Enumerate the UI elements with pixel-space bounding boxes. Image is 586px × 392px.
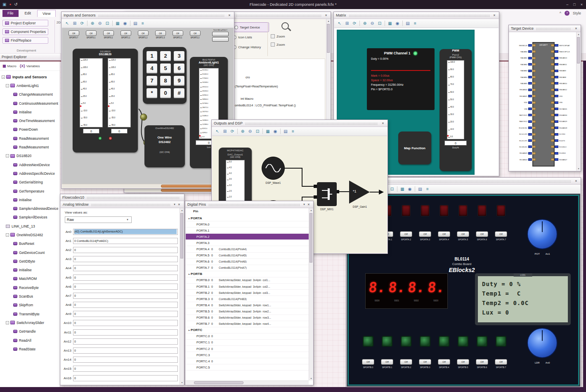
map-function-component[interactable]: Map Function <box>398 131 431 164</box>
push-button[interactable] <box>382 336 392 347</box>
close-icon[interactable]: × <box>574 26 579 31</box>
off-button[interactable]: Off <box>400 231 412 237</box>
value-field[interactable]: 0 <box>73 347 178 354</box>
key-1[interactable]: 1 <box>146 51 157 61</box>
pin[interactable] <box>555 133 558 136</box>
key-0[interactable]: 0 <box>160 88 171 98</box>
switch-array-component[interactable]: SwitchArraySlider1 <box>210 29 231 42</box>
port-sport1-3[interactable]: OffSPORT1.3 <box>154 31 167 39</box>
duty-scale[interactable]: 100.090.080.070.060.050.040.030.020.010.… <box>447 60 464 139</box>
switch-sportb-4[interactable]: OffSPORTB.4 <box>438 359 450 369</box>
inputs-panel-canvas[interactable]: OffSPORT0.7OffSPORT0.1OffSPORT0.2OffSPOR… <box>62 28 234 188</box>
switch-sporta-4[interactable]: OffSPORTA.4 <box>438 231 450 241</box>
push-button[interactable] <box>401 336 411 347</box>
port-off-button[interactable]: Off <box>138 31 149 36</box>
variables-button[interactable]: {X}Variables <box>20 64 40 68</box>
pan-icon[interactable]: ⊞ <box>222 128 228 135</box>
pin[interactable] <box>555 127 558 129</box>
switch-sportb-1[interactable]: OffSPORTB.1 <box>381 359 393 369</box>
tree-item-addressspecificdevice[interactable]: AddressSpecificDevice <box>0 169 60 178</box>
zoom-out-icon[interactable]: ⊖ <box>97 20 103 27</box>
pwm-channel-display[interactable]: PWM Channel 1 Duty = 0.00% Mark = 0.00us… <box>367 48 435 110</box>
push-button[interactable] <box>458 336 468 347</box>
value-field[interactable]: 0 <box>73 311 178 317</box>
tree-item-receivebyte[interactable]: ReceiveByte <box>0 283 60 292</box>
pin[interactable] <box>555 95 558 97</box>
pin[interactable] <box>555 158 558 161</box>
style-button[interactable]: Style <box>573 11 581 15</box>
tree-item-samplealldevices[interactable]: SampleAllDevices <box>0 213 60 222</box>
pin-row-portb-6[interactable]: PORTB.60SwitchArraySlider, keypad_3x4pin… <box>186 315 309 321</box>
scroll-down-icon[interactable]: ▼ <box>577 167 580 171</box>
pin-row-porta-3[interactable]: PORTA.3 <box>186 240 309 246</box>
ribbon-button-component-properties[interactable]: Component Properties <box>2 28 48 35</box>
push-button[interactable] <box>363 336 373 347</box>
pin-row-porta-7[interactable]: PORTA.70ComboBL0114(PinA7) <box>186 265 309 271</box>
tree-item-sampleaddresseddevice[interactable]: SampleAddressedDevice <box>0 204 60 213</box>
switch-sporta-3[interactable]: OffSPORTA.3 <box>419 231 431 241</box>
scrollbar-thumb[interactable] <box>161 189 215 192</box>
switch-sporta-2[interactable]: OffSPORTA.2 <box>400 231 412 241</box>
grid-icon[interactable]: ▦ <box>387 20 393 27</box>
pin-row-portb-2[interactable]: PORTB.20SwitchArraySlider, keypad_3x4pin… <box>186 290 309 296</box>
inputs-titlebar[interactable]: Inputs and Sensors × <box>61 12 234 19</box>
tree-item-readall[interactable]: ReadAll <box>0 336 60 345</box>
expand-toggle[interactable]: - <box>6 154 9 157</box>
zoom-button[interactable]: Zoom <box>271 32 300 40</box>
ribbon-button-project-explorer[interactable]: Project Explorer <box>2 20 48 26</box>
tree-folder-onewireds2482[interactable]: -OneWireDS2482 <box>0 230 60 239</box>
value-field[interactable]: 0 <box>73 338 178 345</box>
key-8[interactable]: 8 <box>160 76 171 86</box>
pin[interactable] <box>555 139 558 142</box>
value-field[interactable]: 0 <box>73 302 178 308</box>
pin[interactable] <box>528 114 532 116</box>
target-device-window[interactable]: Target Device × 16F18877 RE3/MCLRRA0/AN0… <box>508 25 581 171</box>
pin[interactable] <box>555 63 558 66</box>
zoom-icon[interactable] <box>281 22 289 30</box>
scroll-up-icon[interactable]: ▲ <box>180 208 184 212</box>
tree-item-readmeasurement[interactable]: ReadMeasurement <box>0 134 60 143</box>
pan-icon[interactable]: ⊞ <box>71 20 78 27</box>
scrollbar-thumb[interactable] <box>327 24 330 53</box>
port-sport1-2[interactable]: OffSPORT1.2 <box>136 31 150 39</box>
pin[interactable] <box>528 70 532 72</box>
pin[interactable] <box>555 76 558 78</box>
key-5[interactable]: 5 <box>160 63 171 73</box>
digital-titlebar[interactable]: Digital Pins ▾ × <box>185 201 313 208</box>
pin[interactable] <box>555 120 558 123</box>
grid-icon[interactable]: ▦ <box>114 20 121 27</box>
rotate-icon[interactable]: ⟳ <box>229 128 236 135</box>
pin-row-portc-4[interactable]: PORTC.40 <box>186 358 309 364</box>
rotate-icon[interactable]: ⟳ <box>351 20 358 27</box>
port-off-button[interactable]: Off <box>86 31 97 36</box>
pin[interactable] <box>555 44 558 47</box>
vertical-scrollbar[interactable]: ▲ ▼ <box>180 208 184 385</box>
analog-titlebar[interactable]: Analog Window ▾ × <box>61 201 184 208</box>
pin[interactable] <box>555 82 558 85</box>
key-9[interactable]: 9 <box>174 76 184 86</box>
close-icon[interactable]: × <box>324 13 328 17</box>
port-group-portc[interactable]: ▸PORTC <box>186 327 309 333</box>
pin[interactable] <box>528 101 532 104</box>
tree-item-initialise[interactable]: Initialise <box>0 266 60 275</box>
value-field[interactable]: 0 <box>73 375 178 381</box>
expand-arrow[interactable]: ▸ <box>186 272 191 275</box>
zoom-in-icon[interactable]: ⊕ <box>239 128 246 135</box>
pin-row-portb-3[interactable]: PORTB.30ComboBL0114(PinB3) <box>186 296 309 302</box>
onewire-component[interactable]: OneWireDS2482 One Wire DS2482 (I2C CH4) <box>144 125 185 167</box>
temperature-value[interactable]: 0 <box>83 129 99 134</box>
analog-parent-titlebar[interactable]: Flowcodev10 <box>60 194 184 201</box>
snapshot-icon[interactable]: ◉ <box>406 186 413 192</box>
port-sport2-2[interactable]: OffSPORT2.2 <box>188 31 202 39</box>
port-group-portb[interactable]: ▸PORTB <box>186 271 309 277</box>
scrollbar-thumb[interactable] <box>310 213 312 263</box>
port-group-porta[interactable]: ▸PORTA <box>186 215 309 221</box>
key-2[interactable]: 2 <box>160 51 171 61</box>
pin[interactable] <box>528 127 532 129</box>
value-field[interactable]: 0 <box>73 366 178 372</box>
tree-folder-ds18b20[interactable]: -DS18B20 <box>0 152 60 160</box>
switch-sporta-5[interactable]: OffSPORTA.5 <box>457 231 469 241</box>
pin-row-portb-1[interactable]: PORTB.10SwitchArraySlider, keypad_3x4pin… <box>186 284 309 290</box>
grid-icon[interactable]: ▦ <box>265 128 271 135</box>
pin[interactable] <box>555 70 558 72</box>
